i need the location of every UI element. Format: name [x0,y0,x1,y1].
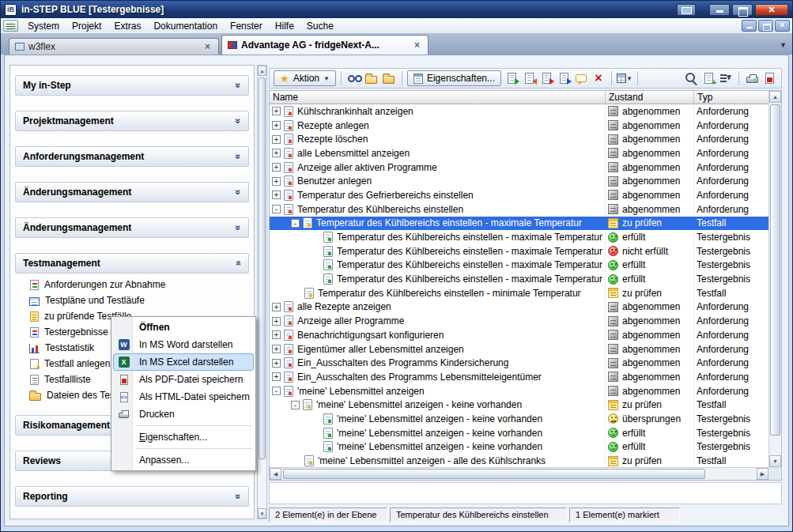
menu-item[interactable]: Hilfe [269,19,300,33]
tab-close-icon[interactable] [412,40,422,51]
scroll-right-icon[interactable] [757,468,768,480]
vertical-scrollbar[interactable] [768,91,781,467]
table-row[interactable]: Benutzer anlegen abgenommen Anforderung [270,174,768,188]
table-row[interactable]: Anzeige aller Programme abgenommen Anfor… [270,314,768,328]
maximize-button[interactable] [732,4,753,16]
context-menu-item[interactable]: In MS Excel darstellen [113,353,254,371]
sidebar-scrollbar[interactable] [257,65,267,519]
sidebar-section-header[interactable]: Testmanagement [15,253,249,274]
tree-expander[interactable] [272,121,281,130]
context-menu-item[interactable]: In MS Word darstellen [113,336,254,353]
table-row[interactable]: alle Lebensmittel anzeigen abgenommen An… [270,146,768,160]
context-menu-item[interactable]: Drucken [113,406,254,423]
zoom-icon[interactable] [683,70,699,86]
tree-expander[interactable] [272,372,281,381]
table-view-icon[interactable] [617,70,633,86]
table-row[interactable]: Ein_Ausschalten des Programms Kindersich… [270,356,768,370]
folder-open-icon[interactable] [364,70,380,86]
table-row[interactable]: 'meine' Lebensmittel anzeigen - keine vo… [270,412,768,426]
context-menu-item[interactable]: Eigenschaften... [113,428,254,446]
table-row[interactable]: Benachrichtigungsart konfigurieren abgen… [270,328,768,342]
sidebar-section-header[interactable]: Anforderungsmanagement [15,146,249,167]
scroll-up-icon[interactable] [769,91,781,103]
tree-expander[interactable] [272,163,281,172]
tree-expander[interactable] [272,317,281,326]
sidebar-section-header[interactable]: Projektmanagement [15,111,249,131]
sidebar-item[interactable]: Anforderungen zur Abnahme [29,277,249,292]
context-menu-item[interactable]: Als PDF-Datei speichern [113,371,254,388]
tab-overflow-icon[interactable] [780,41,787,49]
minimize-button[interactable] [709,4,730,16]
table-row[interactable]: Temperatur des Kühlbereichs einstellen -… [270,244,768,258]
pdf-icon[interactable] [761,70,777,86]
doc-checkin-icon[interactable] [504,70,519,86]
tab-close-icon[interactable] [202,41,213,52]
context-menu-item[interactable]: Anpassen... [113,451,254,469]
tree-expander[interactable] [291,401,300,409]
mdi-restore-button[interactable] [758,20,773,32]
table-row[interactable]: Rezepte löschen abgenommen Anforderung [270,132,768,146]
table-row[interactable]: 'meine' Lebensmittel anzeigen - keine vo… [270,426,768,440]
scroll-down-icon[interactable] [258,508,266,519]
horizontal-scrollbar[interactable] [270,467,768,480]
tree-expander[interactable] [272,177,281,186]
table-row[interactable]: Temperatur des Kühlbereichs einstellen -… [270,258,768,273]
comment-icon[interactable] [573,70,589,86]
table-row[interactable]: 'meine' Lebensmittel anzeigen - keine vo… [270,398,768,412]
table-row[interactable]: Temperatur des Kühlbereichs einstellen -… [270,272,768,286]
sort-icon[interactable] [718,70,734,86]
menu-item[interactable]: System [21,19,66,33]
menu-item[interactable]: Suche [300,19,340,33]
column-header[interactable]: Zustand [606,91,694,104]
tree-expander[interactable] [272,205,281,213]
tree-expander[interactable] [272,135,281,144]
tree-expander[interactable] [272,387,281,395]
doc-versions-icon[interactable] [556,70,572,86]
table-row[interactable]: Kühlschrankinhalt anzeigen abgenommen An… [270,104,768,119]
export-icon[interactable] [700,70,716,86]
delete-icon[interactable] [591,70,606,86]
sidebar-section-header[interactable]: Reporting [15,486,249,507]
eigenschaften-button[interactable]: Eigenschaften... [407,70,501,86]
scroll-up-icon[interactable] [258,66,266,76]
menu-item[interactable]: Projekt [66,19,108,33]
scroll-down-icon[interactable] [769,455,781,467]
table-row[interactable]: alle Rezepte anzeigen abgenommen Anforde… [270,300,768,315]
close-button[interactable] [755,4,788,16]
vertical-scrollbar-thumb[interactable] [770,104,780,436]
tree-expander[interactable] [272,330,281,339]
tree-expander[interactable] [272,107,281,115]
aktion-button[interactable]: Aktion [274,70,336,86]
menu-item[interactable]: Extras [108,19,147,33]
folder-icon[interactable] [381,70,397,86]
tab[interactable]: w3flex [9,38,219,55]
menu-item[interactable]: Fenster [224,19,269,33]
table-row[interactable]: 'meine' Lebensmittel anzeigen - keine vo… [270,440,768,455]
menu-item[interactable]: Dokumentation [147,19,224,33]
tab[interactable]: Advantage AG - fridgeNext-A... [221,35,429,55]
window-menu-icon[interactable] [3,20,18,32]
tree-expander[interactable] [272,303,281,311]
table-row[interactable]: 'meine' Lebensmittel anzeigen abgenommen… [270,384,768,398]
table-row[interactable]: Temperatur des Kühlbereichs einstellen -… [270,217,768,231]
scroll-left-icon[interactable] [270,468,281,480]
doc-undo-icon[interactable] [538,70,554,86]
table-row[interactable]: Temperatur des Kühlbereichs einstellen -… [270,230,768,244]
sidebar-scrollbar-thumb[interactable] [259,77,266,459]
tree-expander[interactable] [272,345,281,353]
tree-expander[interactable] [272,359,281,368]
table-row[interactable]: 'meine' Lebensmittel anzeigen - alle des… [270,454,768,468]
mdi-close-button[interactable] [775,20,790,32]
sidebar-item[interactable]: Testpläne und Testläufe [29,292,249,308]
table-row[interactable]: Rezepte anlegen abgenommen Anforderung [270,119,768,133]
table-row[interactable]: Temperatur des Kühlbereichs einstellen -… [270,286,768,300]
column-header[interactable]: Typ [694,91,768,104]
tree-expander[interactable] [291,219,300,228]
context-menu-item[interactable]: Als HTML-Datei speichern [113,388,254,406]
glasses-icon[interactable] [346,70,362,86]
horizontal-scrollbar-thumb[interactable] [283,469,705,479]
doc-checkout-icon[interactable] [521,70,537,86]
table-row[interactable]: Anzeige aller aktiven Programme abgenomm… [270,160,768,175]
table-row[interactable]: Ein_Ausschalten des Programms Lebensmitt… [270,370,768,384]
print-icon[interactable] [744,70,760,86]
